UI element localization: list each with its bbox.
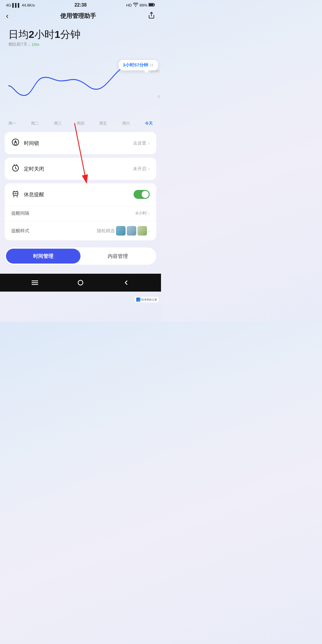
chevron-icon-2: › (148, 166, 150, 171)
style-thumbnails (116, 226, 147, 236)
stats-section: 日均2小时1分钟 相比前7天 ↓ 15% (0, 24, 161, 49)
chevron-icon: › (148, 140, 150, 146)
interval-chevron: › (148, 211, 150, 216)
time-lock-value: 去设置 (133, 140, 146, 146)
stats-minutes: 1 (55, 29, 60, 40)
chart-tooltip: 3小时57分钟 计 (119, 60, 158, 70)
status-left: 4G ▌▌▌ 44.8K/s (6, 3, 35, 7)
time-display: 22:38 (75, 2, 87, 8)
tab-content-management[interactable]: 内容管理 (80, 249, 155, 264)
interval-label: 提醒间隔 (11, 210, 29, 216)
daily-average-title: 日均2小时1分钟 (8, 29, 153, 40)
svg-rect-1 (149, 4, 154, 6)
change-percent: ↓ 15% (29, 42, 39, 47)
tooltip-label: 计 (150, 63, 154, 68)
style-value-text: 随机精选 (97, 228, 115, 234)
system-nav (0, 274, 161, 292)
stats-compare: 相比前7天 ↓ 15% (8, 42, 153, 47)
style-thumb-1 (116, 226, 126, 236)
tab-container: 时间管理 内容管理 (5, 247, 156, 265)
page-title: 使用管理助手 (60, 12, 96, 20)
watermark-text: 纯净系统之家 (141, 298, 157, 302)
watermark: 纯净系统之家 (135, 297, 159, 302)
tab-content-management-label: 内容管理 (108, 253, 128, 260)
reminder-interval-row[interactable]: 提醒间隔 8小时 › (5, 205, 156, 221)
wifi-icon (133, 3, 138, 8)
back-nav-button[interactable] (123, 279, 129, 286)
rest-reminder-icon (11, 189, 20, 199)
svg-point-14 (78, 280, 83, 285)
day-tue: 周二 (31, 121, 39, 126)
style-label: 提醒样式 (11, 228, 29, 234)
day-sat: 周六 (122, 121, 130, 126)
tab-time-management[interactable]: 时间管理 (6, 249, 80, 264)
time-lock-icon (11, 138, 20, 148)
day-mon: 周一 (8, 121, 16, 126)
time-lock-action[interactable]: 去设置 › (133, 140, 150, 146)
top-nav: ‹ 使用管理助手 (0, 9, 161, 24)
style-chevron: › (148, 228, 150, 233)
rest-reminder-label: 休息提醒 (24, 191, 44, 198)
chart-area: 3小时57分钟 计 3小时 0 (0, 60, 161, 120)
day-today: 今天 (145, 121, 153, 126)
style-thumb-3 (137, 226, 147, 236)
style-value: 随机精选 › (97, 226, 150, 236)
rest-reminder-left: 休息提醒 (11, 189, 44, 199)
stats-minutes-suffix: 分钟 (60, 29, 80, 40)
interval-value-text: 8小时 (136, 210, 147, 216)
back-button[interactable]: ‹ (6, 11, 9, 21)
compare-text: 相比前7天 (8, 42, 27, 47)
svg-line-6 (75, 123, 86, 183)
battery-icon (148, 3, 155, 7)
tab-time-management-label: 时间管理 (33, 253, 53, 260)
bottom-tab-bar: 时间管理 内容管理 (5, 247, 156, 265)
style-thumb-2 (127, 226, 136, 236)
y-axis-labels: 3小时 0 (151, 69, 161, 99)
tooltip-value: 3小时57分钟 (123, 62, 148, 68)
y-label-0: 0 (151, 95, 160, 99)
rest-reminder-toggle[interactable] (134, 190, 150, 199)
scheduled-off-value: 未开启 (133, 166, 146, 172)
stats-hours-suffix: 小时 (34, 29, 55, 40)
card-left: 时间锁 (11, 138, 39, 148)
reminder-style-row[interactable]: 提醒样式 随机精选 › (5, 221, 156, 240)
stats-prefix: 日均 (8, 29, 29, 40)
battery-percent: 89% (140, 3, 147, 7)
network-label: 4G (6, 3, 11, 7)
status-bar: 4G ▌▌▌ 44.8K/s 22:38 HD 89% (0, 0, 161, 9)
toggle-knob (142, 191, 149, 198)
share-button[interactable] (148, 12, 155, 21)
scheduled-off-label: 定时关闭 (24, 165, 44, 172)
speed-label: 44.8K/s (22, 3, 35, 7)
interval-value: 8小时 › (136, 210, 150, 216)
scheduled-off-icon (11, 164, 20, 174)
status-right: HD 89% (126, 3, 155, 8)
time-lock-label: 时间锁 (24, 140, 39, 147)
signal-bars: ▌▌▌ (12, 3, 21, 7)
home-button[interactable] (77, 279, 84, 286)
red-arrow (48, 123, 101, 195)
scheduled-off-action[interactable]: 未开启 › (133, 166, 150, 172)
svg-rect-8 (14, 143, 17, 144)
card-left-2: 定时关闭 (11, 164, 44, 174)
watermark-logo (136, 298, 140, 302)
hd-label: HD (126, 3, 132, 7)
menu-button[interactable] (32, 280, 38, 285)
stats-hours: 2 (29, 29, 34, 40)
